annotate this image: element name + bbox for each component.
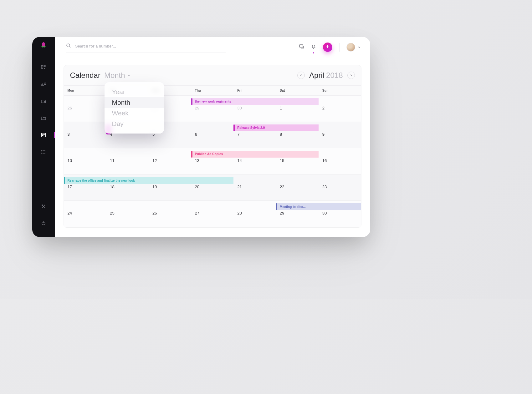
search-icon [66, 43, 71, 49]
day-number: 30 [322, 211, 327, 215]
day-number: 14 [237, 158, 242, 163]
nav-dashboard-icon[interactable] [32, 60, 55, 75]
day-cell[interactable]: 2 [319, 96, 361, 122]
calendar-event[interactable]: the new work regiments [191, 98, 319, 105]
svg-rect-2 [44, 65, 45, 67]
day-cell[interactable]: 21 [233, 174, 276, 201]
day-number: 7 [237, 132, 239, 137]
sidebar [32, 37, 55, 237]
day-number: 8 [280, 132, 282, 137]
day-cell[interactable]: 26 [64, 96, 106, 122]
calendar-event[interactable]: Publish Ad Copies [191, 151, 319, 158]
svg-rect-1 [41, 65, 43, 68]
add-button[interactable]: + [323, 43, 332, 52]
view-option-day[interactable]: Day [105, 119, 164, 129]
day-cell[interactable]: 26 [149, 201, 191, 227]
svg-line-20 [69, 47, 70, 48]
search-input[interactable] [75, 44, 226, 48]
day-number: 2 [322, 106, 325, 110]
calendar-container: Calendar Month April2018 [55, 58, 370, 237]
chevron-right-icon [350, 74, 352, 77]
day-cell[interactable]: 24 [64, 201, 106, 227]
day-number: 1 [280, 106, 282, 110]
nav-power-icon[interactable] [32, 216, 55, 231]
nav-settings-icon[interactable] [32, 199, 55, 214]
chevron-left-icon [300, 74, 302, 77]
svg-rect-11 [42, 135, 43, 136]
day-number: 13 [195, 158, 199, 163]
day-number: 28 [237, 211, 242, 215]
chevron-down-icon [127, 73, 131, 77]
nav-folder-icon[interactable] [32, 111, 55, 126]
day-cell[interactable]: 16 [319, 148, 361, 174]
view-option-week[interactable]: Week [105, 108, 164, 119]
day-number: 27 [195, 211, 199, 215]
event-label: Meeting to disc... [280, 205, 306, 209]
view-option-year[interactable]: Year [105, 87, 164, 97]
svg-rect-21 [299, 45, 303, 47]
calendar-event[interactable]: Rearrage the office and finalize the new… [64, 177, 234, 184]
day-number: 26 [68, 106, 72, 110]
day-number: 26 [152, 211, 157, 215]
event-label: Release Sylvia 2.0 [237, 126, 265, 129]
day-number: 24 [68, 211, 72, 215]
svg-point-14 [41, 152, 42, 152]
svg-point-0 [42, 42, 45, 47]
chevron-down-icon [358, 44, 361, 50]
nav-calendar-icon[interactable] [32, 128, 55, 143]
next-month-button[interactable] [347, 72, 355, 79]
nav-analytics-icon[interactable] [32, 77, 55, 92]
svg-point-16 [41, 153, 42, 153]
current-period: April2018 [309, 71, 343, 80]
day-cell[interactable]: 3 [64, 122, 106, 148]
day-number: 9 [322, 132, 325, 137]
day-cell[interactable]: 12 [149, 148, 191, 174]
nav-wallet-icon[interactable] [32, 94, 55, 109]
day-cell[interactable]: 27 [191, 201, 234, 227]
day-cell[interactable]: 11 [106, 148, 149, 174]
day-number: 21 [237, 184, 242, 189]
day-number: 16 [322, 158, 327, 163]
day-number: 23 [322, 184, 327, 189]
day-cell[interactable]: 22 [276, 174, 319, 201]
day-cell[interactable]: 25 [106, 201, 149, 227]
weekday-label: Sat [276, 86, 319, 95]
day-cell[interactable]: 9 [319, 122, 361, 148]
prev-month-button[interactable] [297, 72, 305, 79]
svg-point-3 [44, 68, 45, 69]
svg-rect-9 [41, 133, 45, 137]
day-cell[interactable]: 23 [319, 174, 361, 201]
svg-point-12 [41, 150, 42, 151]
day-number: 25 [110, 211, 114, 215]
weekday-label: Fri [233, 86, 276, 95]
calendar-event[interactable]: Release Sylvia 2.0 [233, 124, 318, 131]
view-selector[interactable]: Month [104, 71, 131, 80]
messages-icon[interactable] [299, 44, 304, 50]
nav-list-icon[interactable] [32, 144, 55, 159]
avatar [346, 43, 355, 52]
day-number: 20 [195, 184, 199, 189]
day-cell[interactable]: 6 [191, 122, 234, 148]
day-number: 6 [195, 132, 197, 137]
search-box [66, 41, 226, 53]
calendar-card: Calendar Month April2018 [64, 65, 361, 228]
day-number: 22 [280, 184, 284, 189]
calendar-event[interactable]: Meeting to disc... [276, 203, 361, 210]
user-menu[interactable] [346, 43, 361, 52]
weekday-label: Thu [191, 86, 234, 95]
calendar-header: Calendar Month April2018 [64, 65, 361, 85]
event-label: Publish Ad Copies [195, 152, 223, 156]
current-month: April [309, 71, 324, 79]
day-number: 29 [280, 211, 284, 215]
notifications-icon[interactable] [311, 44, 316, 50]
day-number: 12 [152, 158, 157, 163]
svg-point-19 [67, 44, 70, 47]
weekday-label: Sun [319, 86, 361, 95]
day-cell[interactable]: 28 [233, 201, 276, 227]
event-label: Rearrage the office and finalize the new… [68, 179, 135, 182]
day-number: 11 [110, 158, 114, 163]
weekday-label: Mon [64, 86, 106, 95]
day-number: 30 [237, 106, 242, 110]
view-option-month[interactable]: Month [105, 97, 164, 108]
day-cell[interactable]: 10 [64, 148, 106, 174]
